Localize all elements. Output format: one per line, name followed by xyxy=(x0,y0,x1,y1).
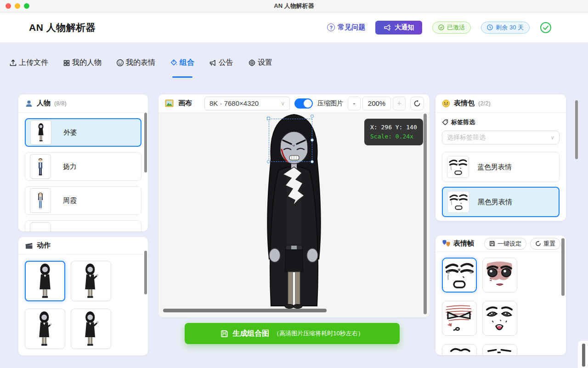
chevron-down-icon: ∨ xyxy=(281,100,285,107)
actions-scrollbar[interactable] xyxy=(144,251,147,294)
resolution-select[interactable]: 8K · 7680×4320 ∨ xyxy=(204,97,290,110)
main-tabs: 上传文件 我的人物 我的表情 组合 公告 设置 xyxy=(9,58,272,78)
activated-badge: 已激活 xyxy=(432,22,471,34)
minimize-window-button[interactable] xyxy=(15,3,20,9)
character-item-yangli[interactable]: 扬力 xyxy=(25,152,141,181)
frame-calm-smile[interactable] xyxy=(482,301,517,336)
tag-icon xyxy=(442,119,448,126)
selection-handle-mr[interactable] xyxy=(311,138,314,142)
zoom-window-button[interactable] xyxy=(24,3,29,9)
person-icon xyxy=(25,99,33,108)
tab-settings[interactable]: 设置 xyxy=(248,58,272,78)
selection-handle-tl[interactable] xyxy=(267,117,270,120)
character-list: 外婆 扬力 周霞 xyxy=(18,113,148,231)
actions-panel: 动作 xyxy=(18,237,148,356)
canvas-vscrollbar[interactable] xyxy=(424,114,427,314)
frame-partial-2[interactable] xyxy=(482,344,517,355)
zoom-level: 200% xyxy=(362,97,391,110)
window-scrollbar[interactable] xyxy=(582,344,585,367)
app-header: AN 人物解析器 ? 常见问题 大通知 已激活 剩余 30 天 xyxy=(0,12,588,42)
canvas-hscrollbar[interactable] xyxy=(163,309,327,312)
expression-pack-blue[interactable]: 蓝色男表情 xyxy=(442,152,560,182)
selection-handle-br[interactable] xyxy=(311,160,314,163)
character-item-waipo[interactable]: 外婆 xyxy=(25,118,141,147)
expression-packs-panel: 表情包 (2/2) 标签筛选 选择标签筛选 ∨ 蓝色男表情 黑色男表情 xyxy=(435,94,566,221)
smiley-outline-icon xyxy=(116,59,124,67)
clapperboard-icon xyxy=(25,242,33,249)
tabbar-divider xyxy=(0,79,588,79)
zoom-controls: - 200% + xyxy=(348,97,406,110)
notice-label: 大通知 xyxy=(395,23,414,32)
canvas-panel: 画布 8K · 7680×4320 ∨ 压缩图片 - 200% + xyxy=(158,94,430,317)
macos-titlebar: AN 人物解析器 xyxy=(0,0,588,12)
actions-title: 动作 xyxy=(37,241,51,250)
chevron-down-icon: ∨ xyxy=(550,134,554,141)
refresh-canvas-button[interactable] xyxy=(410,97,424,110)
expression-packs-title: 表情包 xyxy=(454,99,475,108)
save-icon xyxy=(220,330,228,338)
filter-label: 标签筛选 xyxy=(451,118,475,126)
characters-count: (8/8) xyxy=(54,100,67,107)
zoom-out-button[interactable]: - xyxy=(348,97,361,110)
gear-icon xyxy=(248,59,256,67)
close-window-button[interactable] xyxy=(6,3,11,9)
selection-handle-bl[interactable] xyxy=(267,160,270,163)
toggle-knob xyxy=(304,99,312,108)
generate-hint: （高清图片压缩将耗时10秒左右） xyxy=(273,329,363,338)
app-title: AN 人物解析器 xyxy=(29,21,96,34)
character-item-zhouxia[interactable]: 周霞 xyxy=(25,186,141,215)
tab-my-characters[interactable]: 我的人物 xyxy=(63,58,102,78)
save-outline-icon xyxy=(489,241,495,247)
canvas-area[interactable]: X: 296 Y: 140 Scale: 0.24x xyxy=(158,113,430,317)
generate-button[interactable]: 生成组合图 （高清图片压缩将耗时10秒左右） xyxy=(185,323,400,344)
frame-blush-angry[interactable] xyxy=(482,258,517,293)
character-thumbnail xyxy=(30,188,51,213)
bucket-icon xyxy=(170,59,178,67)
compress-label: 压缩图片 xyxy=(317,99,343,108)
one-click-set-button[interactable]: 一键设定 xyxy=(484,238,526,250)
reset-button[interactable]: 重置 xyxy=(530,238,560,250)
selection-rect[interactable] xyxy=(269,119,312,162)
generate-label: 生成组合图 xyxy=(232,329,269,339)
frame-crying-angry[interactable] xyxy=(442,258,477,293)
tab-announcements[interactable]: 公告 xyxy=(209,58,233,78)
expression-packs-count: (2/2) xyxy=(478,100,491,107)
smiley-icon xyxy=(442,99,450,108)
characters-scrollbar[interactable] xyxy=(144,113,147,172)
notice-button[interactable]: 大通知 xyxy=(375,21,422,34)
question-circle-icon: ? xyxy=(327,23,335,31)
tooltip-scale: Scale: 0.24x xyxy=(370,132,417,141)
characters-panel: 人物 (8/8) 外婆 扬力 周霞 xyxy=(18,94,148,231)
zoom-in-button[interactable]: + xyxy=(393,97,406,110)
refresh-icon xyxy=(535,241,541,247)
tag-filter-select[interactable]: 选择标签筛选 ∨ xyxy=(442,131,560,144)
tab-compose[interactable]: 组合 xyxy=(170,58,194,78)
characters-title: 人物 xyxy=(37,99,51,108)
frame-partial-1[interactable] xyxy=(442,344,477,355)
frame-scribble-angry[interactable] xyxy=(442,301,477,336)
action-pose-4[interactable] xyxy=(71,309,111,349)
expression-pack-thumbnail xyxy=(447,156,469,178)
coordinates-tooltip: X: 296 Y: 140 Scale: 0.24x xyxy=(364,119,423,145)
frames-scrollbar[interactable] xyxy=(561,238,565,296)
action-pose-1[interactable] xyxy=(25,261,65,301)
expression-pack-black[interactable]: 黑色男表情 xyxy=(442,187,560,217)
action-pose-3[interactable] xyxy=(25,309,65,349)
masks-icon xyxy=(442,240,451,247)
filter-placeholder: 选择标签筛选 xyxy=(447,133,486,142)
compress-toggle[interactable] xyxy=(294,98,313,109)
selection-handle-tr[interactable] xyxy=(311,115,314,118)
faq-link[interactable]: ? 常见问题 xyxy=(327,23,365,32)
megaphone-outline-icon xyxy=(209,59,217,67)
action-grid xyxy=(18,254,148,356)
tab-my-expressions[interactable]: 我的表情 xyxy=(116,58,155,78)
tooltip-coords: X: 296 Y: 140 xyxy=(370,123,417,132)
action-pose-2[interactable] xyxy=(71,261,111,301)
status-check-icon xyxy=(540,22,552,34)
frames-title: 表情帧 xyxy=(453,239,474,248)
megaphone-icon xyxy=(384,24,391,31)
character-item-partial[interactable] xyxy=(25,220,141,231)
right-column-scrollbar[interactable] xyxy=(575,100,578,159)
tab-upload[interactable]: 上传文件 xyxy=(9,58,48,78)
grid-icon xyxy=(63,59,70,67)
